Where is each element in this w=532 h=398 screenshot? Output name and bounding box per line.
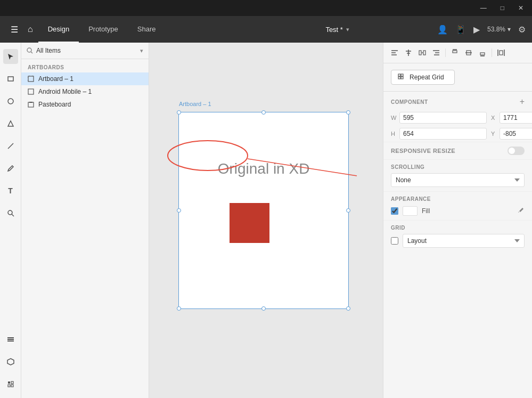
zoom-value: 53.8%	[487, 26, 505, 33]
tab-design[interactable]: Design	[38, 16, 79, 43]
scrolling-select[interactable]: None Vertical Horizontal	[391, 173, 525, 187]
device-preview-icon[interactable]: 📱	[455, 25, 466, 35]
align-separator-1	[445, 48, 446, 57]
search-bar: ▾	[21, 43, 149, 59]
panel-item-artboard1[interactable]: Artboard – 1	[21, 72, 149, 85]
handle-tl[interactable]	[177, 110, 181, 115]
pasteboard-icon	[28, 101, 34, 108]
close-button[interactable]: ✕	[515, 3, 527, 13]
handle-br[interactable]	[346, 306, 350, 311]
handle-ml[interactable]	[177, 208, 181, 213]
svg-rect-46	[398, 74, 400, 76]
search-input[interactable]	[36, 47, 137, 54]
toggle-knob	[509, 148, 515, 154]
svg-line-2	[8, 143, 13, 149]
handle-mr[interactable]	[346, 208, 350, 213]
fill-checkbox[interactable]	[391, 207, 398, 215]
svg-rect-15	[28, 76, 34, 82]
height-group: H	[391, 128, 487, 140]
minimize-button[interactable]: —	[477, 3, 490, 13]
grid-checkbox[interactable]	[391, 237, 398, 245]
fill-color-swatch[interactable]	[403, 206, 418, 216]
scrolling-section: SCROLLING None Vertical Horizontal	[383, 159, 532, 191]
search-dropdown-chevron[interactable]: ▾	[140, 47, 143, 54]
line-tool[interactable]	[3, 139, 18, 153]
ellipse-tool[interactable]	[3, 94, 18, 109]
align-distrib-h-btn[interactable]	[495, 47, 507, 59]
svg-line-14	[31, 52, 32, 53]
height-input[interactable]	[399, 128, 487, 140]
grid-section: GRID Layout Square None	[383, 220, 532, 252]
width-input[interactable]	[399, 112, 487, 124]
svg-rect-21	[28, 102, 34, 107]
artboard[interactable]: Artboard – 1 Original in XD	[178, 112, 349, 309]
svg-rect-22	[29, 102, 32, 103]
zoom-display[interactable]: 53.8% ▾	[487, 26, 511, 33]
responsive-resize-toggle[interactable]	[508, 147, 525, 155]
x-input[interactable]	[500, 112, 532, 124]
title-bar: ☰ ⌂ Design Prototype Share Test * ▾ 👤 📱 …	[0, 16, 532, 43]
user-icon[interactable]: 👤	[437, 25, 448, 35]
layers-icon[interactable]	[3, 332, 18, 347]
x-group: X	[491, 112, 532, 124]
svg-marker-8	[7, 359, 14, 365]
panel-item-pasteboard[interactable]: Pasteboard	[21, 98, 149, 111]
svg-rect-0	[8, 77, 13, 81]
svg-rect-47	[401, 74, 403, 76]
svg-rect-9	[8, 381, 10, 384]
tab-prototype[interactable]: Prototype	[79, 16, 128, 43]
align-top-btn[interactable]	[449, 47, 461, 59]
handle-tc[interactable]	[261, 110, 266, 115]
align-center-v-btn[interactable]	[463, 47, 474, 59]
maximize-button[interactable]: □	[497, 3, 508, 13]
hamburger-icon[interactable]: ☰	[6, 22, 22, 37]
title-chevron[interactable]: ▾	[346, 26, 349, 33]
align-bottom-btn[interactable]	[477, 47, 488, 59]
appearance-section: APPEARANCE Fill	[383, 191, 532, 220]
panel-item-android[interactable]: Android Mobile – 1	[21, 85, 149, 98]
align-toolbar	[383, 43, 532, 63]
tab-share[interactable]: Share	[128, 16, 166, 43]
zoom-tool[interactable]	[3, 206, 18, 221]
triangle-tool[interactable]	[3, 116, 18, 131]
svg-point-3	[8, 210, 12, 215]
svg-point-1	[8, 99, 13, 104]
artboard-red-rect	[230, 203, 269, 243]
home-icon[interactable]: ⌂	[22, 22, 38, 36]
text-tool[interactable]: T	[3, 183, 18, 198]
repeat-grid-button[interactable]: Repeat Grid	[391, 70, 455, 85]
assets-icon[interactable]	[3, 354, 18, 369]
align-left-btn[interactable]	[389, 47, 400, 59]
handle-bl[interactable]	[177, 306, 181, 311]
grid-select[interactable]: Layout Square None	[403, 234, 525, 248]
align-distribute-btn[interactable]	[416, 47, 428, 59]
zoom-chevron: ▾	[508, 26, 511, 33]
svg-point-13	[27, 48, 31, 52]
canvas-area[interactable]: Artboard – 1 Original in XD	[149, 43, 383, 398]
doc-title: Test *	[325, 26, 343, 34]
artboard-icon-1	[28, 76, 34, 82]
title-center: Test * ▾	[238, 26, 437, 34]
handle-tr[interactable]	[346, 110, 350, 115]
repeat-grid-label: Repeat Grid	[410, 74, 444, 81]
svg-rect-12	[11, 385, 13, 387]
align-right-btn[interactable]	[430, 47, 442, 59]
play-icon[interactable]: ▶	[473, 25, 480, 35]
align-center-h-btn[interactable]	[403, 47, 414, 59]
settings-icon[interactable]: ⚙	[518, 25, 526, 35]
handle-bc[interactable]	[261, 306, 266, 311]
pen-tool[interactable]	[3, 161, 18, 176]
grid-label: GRID	[391, 225, 525, 231]
fill-row: Fill	[391, 206, 525, 216]
select-tool[interactable]	[3, 49, 18, 64]
svg-rect-32	[423, 51, 425, 55]
h-label: H	[391, 131, 397, 137]
eyedropper-icon[interactable]	[517, 207, 525, 216]
appearance-label: APPEARANCE	[391, 196, 525, 202]
rectangle-tool[interactable]	[3, 71, 18, 86]
plugins-icon[interactable]	[3, 377, 18, 392]
component-add-btn[interactable]: +	[520, 97, 525, 107]
svg-rect-49	[401, 77, 403, 79]
repeat-grid-icon	[398, 74, 405, 81]
y-input[interactable]	[500, 128, 532, 140]
